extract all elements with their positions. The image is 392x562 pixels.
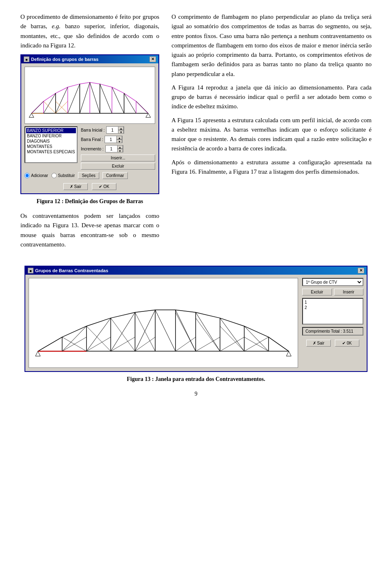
incremento-input[interactable] <box>106 147 117 151</box>
figure12-caption: Figura 12 : Definição dos Grupos de Barr… <box>20 198 159 205</box>
fig13-truss-svg <box>29 278 298 367</box>
barra-inicial-spin[interactable]: ▲ ▼ <box>106 126 124 134</box>
figure13-caption: Figura 13 : Janela para entrada dos Cont… <box>20 376 372 383</box>
fig12-titlebar-left: ■ Definição dos grupos de barras <box>24 56 98 62</box>
fig13-title-icon: ■ <box>28 268 33 273</box>
figure13-dialog: ■ Grupos de Barras Contraventadas ✕ <box>24 266 368 372</box>
fig13-list-item-2[interactable]: 2 <box>304 305 362 310</box>
fig12-controls-panel: Barra Inicial : ▲ ▼ Bar <box>81 126 155 170</box>
radio-substituir-label: Substituir <box>58 173 75 178</box>
sair-button[interactable]: ✗ Sair <box>63 183 88 190</box>
fig12-list-panel[interactable]: BANZO SUPERIOR BANZO INFERIOR DIAGONAIS … <box>24 126 78 163</box>
barra-final-up[interactable]: ▲ <box>116 136 122 139</box>
ctv-dropdown[interactable]: 1º Grupo de CTV <box>302 278 363 286</box>
fig12-canvas <box>24 67 155 124</box>
incremento-row: Incremento : ▲ ▼ <box>81 145 155 152</box>
secoes-button[interactable]: Seções <box>78 172 99 179</box>
fig13-bottom-buttons: ✗ Sair ✔ 0K <box>302 340 363 347</box>
list-item-montantes[interactable]: MONTANTES <box>26 144 76 149</box>
inserir-button[interactable]: Inserir... <box>81 154 155 161</box>
left-para1-em: e.g. <box>52 23 61 29</box>
barra-final-row: Barra Final : ▲ ▼ <box>81 136 155 143</box>
list-item-montantes-especiais[interactable]: MONTANTES ESPECIAIS <box>26 149 76 154</box>
fig13-title-text: Grupos de Barras Contraventadas <box>35 268 108 273</box>
barra-inicial-arrows: ▲ ▼ <box>118 126 124 134</box>
comprimento-total-field: Comprimento Total : 3.511 <box>302 327 363 336</box>
confirmar-button[interactable]: Confirmar <box>102 172 128 179</box>
fig13-excluir-button[interactable]: Excluir <box>302 289 332 296</box>
fig13-sair-button[interactable]: ✗ Sair <box>306 340 331 347</box>
fig13-ok-button[interactable]: ✔ 0K <box>335 340 359 347</box>
right-column: O comprimento de flambagem no plano perp… <box>172 12 372 253</box>
fig13-canvas <box>29 278 298 368</box>
radio-adicionar-label: Adicionar <box>31 173 48 178</box>
page: O procedimento de dimensionamento é feit… <box>0 0 392 414</box>
figure12-caption-text: Figura 12 : Definição dos Grupos de Barr… <box>37 198 143 204</box>
incremento-label: Incremento : <box>81 147 104 151</box>
fig13-close-button[interactable]: ✕ <box>358 268 364 273</box>
barra-final-input[interactable] <box>105 137 116 142</box>
fig13-right-controls: 1º Grupo de CTV Excluir Inserir 1 2 Comp… <box>298 278 363 368</box>
fig12-title-icon: ■ <box>24 56 29 62</box>
fig12-truss-svg <box>25 67 155 123</box>
radio-adicionar-input[interactable] <box>24 173 30 178</box>
incremento-down[interactable]: ▼ <box>117 149 123 152</box>
excluir-button[interactable]: Excluir <box>81 163 155 170</box>
right-para1: O comprimento de flambagem no plano perp… <box>172 12 372 79</box>
fig13-inserir-button[interactable]: Inserir <box>334 289 364 296</box>
radio-row: Adicionar Substituir Seções Confirmar <box>24 172 155 179</box>
fig13-titlebar-left: ■ Grupos de Barras Contraventadas <box>28 268 108 273</box>
barra-final-label: Barra Final : <box>81 137 103 142</box>
right-para4: Após o dimensionamento a estrutura assum… <box>172 158 372 177</box>
ok-button[interactable]: ✔ OK <box>92 183 116 190</box>
two-column-section: O procedimento de dimensionamento é feit… <box>20 12 372 253</box>
radio-adicionar[interactable]: Adicionar <box>24 173 48 178</box>
barra-final-down[interactable]: ▼ <box>116 139 122 143</box>
svg-rect-27 <box>30 278 297 367</box>
fig13-body: 1º Grupo de CTV Excluir Inserir 1 2 Comp… <box>25 275 367 371</box>
radio-substituir-input[interactable] <box>51 173 57 178</box>
list-item-diagonais[interactable]: DIAGONAIS <box>26 139 76 144</box>
incremento-spin[interactable]: ▲ ▼ <box>105 145 123 152</box>
incremento-up[interactable]: ▲ <box>117 145 123 149</box>
left-para2: Os contraventamentos podem ser lançados … <box>20 211 159 249</box>
excluir-inserir-row: Excluir Inserir <box>302 289 363 296</box>
fig12-bottom-controls: BANZO SUPERIOR BANZO INFERIOR DIAGONAIS … <box>24 126 155 170</box>
fig12-titlebar: ■ Definição dos grupos de barras ✕ <box>21 55 158 63</box>
figure12-dialog: ■ Definição dos grupos de barras ✕ <box>20 54 159 194</box>
fig12-body: BANZO SUPERIOR BANZO INFERIOR DIAGONAIS … <box>21 63 158 193</box>
barra-inicial-input[interactable] <box>107 128 118 132</box>
left-column: O procedimento de dimensionamento é feit… <box>20 12 159 253</box>
barra-final-spin[interactable]: ▲ ▼ <box>105 136 122 143</box>
fig12-bottom-buttons: ✗ Sair ✔ OK <box>24 183 155 190</box>
barra-inicial-label: Barra Inicial : <box>81 128 105 132</box>
fig12-title-text: Definição dos grupos de barras <box>31 57 98 62</box>
fig12-close-button[interactable]: ✕ <box>149 56 156 62</box>
page-number: 9 <box>20 391 372 397</box>
ctv-dropdown-row: 1º Grupo de CTV <box>302 278 363 286</box>
fig13-list-item-1[interactable]: 1 <box>304 300 362 305</box>
radio-substituir[interactable]: Substituir <box>51 173 75 178</box>
barra-inicial-row: Barra Inicial : ▲ ▼ <box>81 126 155 134</box>
barra-inicial-up[interactable]: ▲ <box>118 126 124 130</box>
right-para3: A Figura 15 apresenta a estrutura calcul… <box>172 116 372 154</box>
figure13-caption-text: Figura 13 : Janela para entrada dos Cont… <box>127 376 265 382</box>
fig13-list[interactable]: 1 2 <box>302 298 363 325</box>
barra-final-arrows: ▲ ▼ <box>116 136 122 143</box>
list-item-banzo-superior[interactable]: BANZO SUPERIOR <box>26 128 76 133</box>
inserir-excluir-row: Inserir... Excluir <box>81 154 155 170</box>
fig13-titlebar: ■ Grupos de Barras Contraventadas ✕ <box>25 266 367 275</box>
barra-inicial-down[interactable]: ▼ <box>118 130 124 134</box>
list-item-banzo-inferior[interactable]: BANZO INFERIOR <box>26 133 76 139</box>
incremento-arrows: ▲ ▼ <box>117 145 123 152</box>
right-para2: A Figura 14 reproduz a janela que dá iní… <box>172 83 372 112</box>
left-para1: O procedimento de dimensionamento é feit… <box>20 12 159 50</box>
